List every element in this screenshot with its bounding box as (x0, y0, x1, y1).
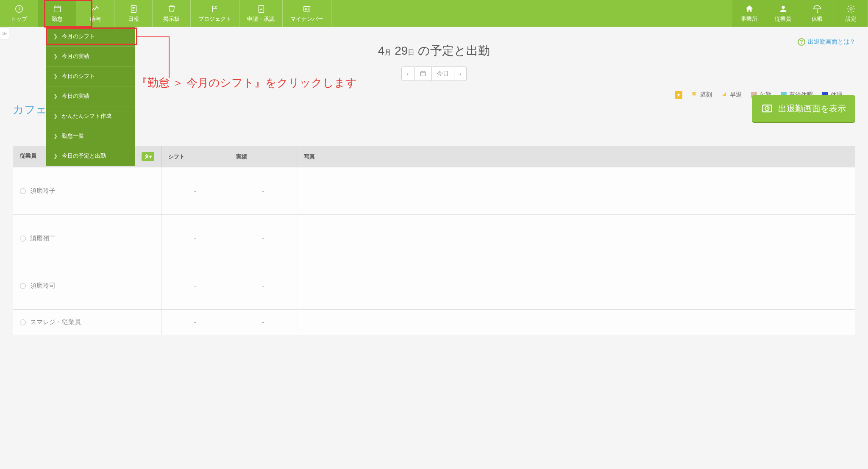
legend: ★ 遅刻 早退 欠勤 有給休暇 休暇 (13, 91, 843, 99)
cell-photo (297, 215, 855, 262)
attendance-table-wrap: 従業員 タ ▾ シフト 実績 写真 須磨玲子 - - 須磨嶺二 - - (0, 146, 868, 335)
dropdown-label: 今日の実績 (62, 92, 89, 100)
filter-label: タ (144, 153, 149, 160)
prev-date-button[interactable]: ‹ (401, 67, 415, 81)
cell-shift: - (161, 167, 229, 215)
dropdown-label: 今日のシフト (62, 72, 95, 80)
radio-icon (20, 319, 26, 325)
svg-rect-8 (420, 72, 425, 76)
chart-icon (91, 4, 100, 14)
nav-label: 給与 (90, 15, 101, 23)
chevron-right-icon: ❯ (53, 73, 58, 79)
calendar-button[interactable] (415, 67, 432, 81)
th-label: 従業員 (20, 153, 36, 159)
legend-label: 遅刻 (700, 91, 712, 99)
cell-employee[interactable]: 須磨嶺二 (13, 215, 161, 262)
table-row: 須磨嶺二 - - (13, 215, 855, 262)
nav-office[interactable]: 事業所 (732, 0, 766, 27)
nav-settings[interactable]: 設定 (834, 0, 868, 27)
table-row: スマレジ・従業員 - - (13, 310, 855, 335)
nav-approval[interactable]: 申請・承認 (239, 0, 283, 27)
svg-point-6 (782, 6, 785, 8)
nav-label: トップ (11, 15, 27, 23)
dropdown-this-month-actual[interactable]: ❯今月の実績 (46, 47, 135, 67)
clock-screen-icon (761, 103, 773, 114)
radio-icon (20, 188, 26, 194)
top-navigation: トップ 勤怠 給与 日報 掲示板 プロジェクト 申請・承認 (0, 0, 868, 27)
today-label: 今日 (437, 70, 449, 78)
board-icon (167, 4, 176, 14)
svg-point-5 (305, 8, 306, 10)
cell-actual: - (229, 215, 297, 262)
dropdown-label: 勤怠一覧 (62, 132, 84, 140)
cell-employee[interactable]: 須磨玲子 (13, 167, 161, 215)
nav-mynumber[interactable]: マイナンバー (283, 0, 331, 27)
nav-label: 休暇 (812, 15, 823, 23)
employee-name: 須磨嶺二 (30, 234, 56, 241)
attendance-table: 従業員 タ ▾ シフト 実績 写真 須磨玲子 - - 須磨嶺二 - - (13, 146, 855, 335)
legend-star: ★ (675, 91, 682, 99)
svg-point-7 (850, 8, 852, 10)
nav-employee[interactable]: 従業員 (766, 0, 800, 27)
today-button[interactable]: 今日 (432, 67, 454, 81)
employee-name: 須磨玲子 (30, 187, 56, 194)
legend-early: 早退 (721, 91, 742, 99)
title-day: 29 (395, 44, 408, 57)
table-row: 須磨玲司 - - (13, 262, 855, 310)
home-icon (745, 4, 754, 14)
svg-rect-1 (54, 6, 60, 12)
dropdown-label: 今月の実績 (62, 53, 89, 60)
nav-label: 日報 (128, 15, 139, 23)
chevron-right-icon: ❯ (53, 33, 58, 39)
th-label: シフト (168, 153, 185, 160)
th-shift: シフト (161, 146, 229, 167)
nav-label: プロジェクト (198, 15, 231, 23)
show-clock-screen-button[interactable]: 出退勤画面を表示 (752, 95, 855, 122)
nav-board[interactable]: 掲示板 (153, 0, 191, 27)
dropdown-this-month-shift[interactable]: ❯今月のシフト (46, 27, 135, 47)
dropdown-today-actual[interactable]: ❯今日の実績 (46, 86, 135, 106)
nav-daily-report[interactable]: 日報 (114, 0, 153, 27)
umbrella-icon (812, 4, 822, 14)
cell-shift: - (161, 215, 229, 262)
cell-photo (297, 262, 855, 310)
flag-icon (210, 4, 220, 14)
triangle-icon (721, 92, 727, 98)
nav-label: 掲示板 (163, 15, 180, 23)
document-icon (129, 4, 138, 14)
nav-top[interactable]: トップ (0, 0, 38, 27)
instruction-text: 『勤怠 ＞ 今月のシフト』をクリックします (136, 75, 357, 90)
dropdown-today-schedule[interactable]: ❯今日の予定と出勤 (46, 146, 135, 166)
annotation-line (137, 36, 170, 37)
table-row: 須磨玲子 - - (13, 167, 855, 215)
dropdown-label: 今月のシフト (62, 33, 95, 40)
next-date-button[interactable]: › (454, 67, 467, 81)
cell-employee[interactable]: 須磨玲司 (13, 262, 161, 310)
cell-employee[interactable]: スマレジ・従業員 (13, 310, 161, 335)
radio-icon (20, 236, 26, 241)
nav-label: 設定 (846, 15, 857, 23)
svg-rect-3 (259, 5, 264, 12)
shop-title: カフェ (13, 102, 855, 117)
caret-down-icon: ▾ (149, 154, 152, 160)
id-icon (302, 4, 312, 14)
cell-photo (297, 310, 855, 335)
nav-project[interactable]: プロジェクト (191, 0, 239, 27)
nav-label: 従業員 (775, 15, 791, 23)
person-icon (779, 4, 788, 14)
cell-actual: - (229, 310, 297, 335)
chevron-right-icon: ≫ (2, 31, 7, 36)
nav-salary[interactable]: 給与 (76, 0, 114, 27)
dropdown-label: 今日の予定と出勤 (62, 152, 106, 160)
filter-dropdown[interactable]: タ ▾ (142, 152, 154, 161)
nav-label: 申請・承認 (247, 15, 275, 23)
nav-vacation[interactable]: 休暇 (800, 0, 834, 27)
calendar-icon (420, 70, 426, 77)
th-label: 写真 (304, 153, 315, 160)
title-month-suffix: 月 (384, 49, 391, 56)
dropdown-attendance-list[interactable]: ❯勤怠一覧 (46, 126, 135, 146)
dropdown-easy-shift[interactable]: ❯かんたんシフト作成 (46, 106, 135, 126)
dropdown-today-shift[interactable]: ❯今日のシフト (46, 67, 135, 86)
nav-attendance[interactable]: 勤怠 (38, 0, 76, 27)
sidebar-collapse-button[interactable]: ≫ (0, 28, 9, 39)
